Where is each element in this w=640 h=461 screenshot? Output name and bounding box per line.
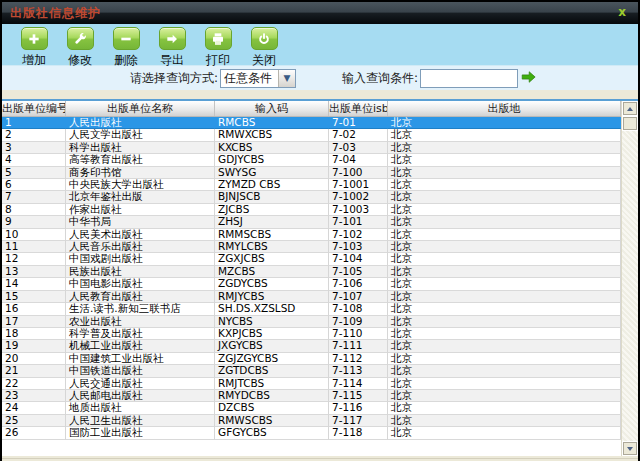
chevron-down-icon[interactable]: ▼ [278,70,295,87]
table-row[interactable]: 6中央民族大学出版社ZYMZD CBS7-1001北京 [2,179,621,191]
column-header-code[interactable]: 输入码 [215,101,329,116]
table-cell: 7-101 [329,216,388,228]
table-cell: 7-110 [329,328,388,340]
delete-button[interactable]: 删除 [103,27,149,69]
table-cell: KXPJCBS [215,328,329,340]
scrollbar-track[interactable] [622,131,638,441]
table-cell: 18 [2,328,66,340]
table-row[interactable]: 1人民出版社RMCBS7-01北京 [2,117,621,129]
table-row[interactable]: 20中国建筑工业出版社ZGJZGYCBS7-112北京 [2,353,621,365]
print-button[interactable]: 打印 [195,27,241,69]
table-cell: 科学普及出版社 [66,328,215,340]
table-row[interactable]: 11人民音乐出版社RMYLCBS7-103北京 [2,241,621,253]
add-button[interactable]: 增加 [11,27,57,69]
table-cell: 人民交通出版社 [66,378,215,390]
query-bar: 请选择查询方式: 任意条件 ▼ 输入查询条件: [2,66,638,90]
table-cell: JXGYCBS [215,340,329,352]
table-row[interactable]: 12中国戏剧出版社ZGXJCBS7-104北京 [2,253,621,265]
table-cell: 7-102 [329,229,388,241]
table-row[interactable]: 14中国电影出版社ZGDYCBS7-106北京 [2,278,621,290]
column-header-id[interactable]: 出版单位编号 [2,101,66,116]
query-condition-label: 输入查询条件: [342,70,418,87]
table-row[interactable]: 3科学出版社KXCBS7-03北京 [2,142,621,154]
table-row[interactable]: 16生活.读书.新知三联书店SH.DS.XZSLSD7-108北京 [2,303,621,315]
table-cell: 北京 [388,253,621,265]
table-row[interactable]: 22人民交通出版社RMJTCBS7-114北京 [2,378,621,390]
table-row[interactable]: 15人民教育出版社RMJYCBS7-107北京 [2,291,621,303]
modify-button[interactable]: 修改 [57,27,103,69]
table-cell: 北京 [388,117,621,129]
table-cell: 8 [2,204,66,216]
table-row[interactable]: 17农业出版社NYCBS7-109北京 [2,316,621,328]
table-cell: 20 [2,353,66,365]
table-cell: 高等教育出版社 [66,154,215,166]
table-cell: 北京 [388,316,621,328]
table-row[interactable]: 10人民美术出版社RMMSCBS7-102北京 [2,229,621,241]
table-cell: 12 [2,253,66,265]
table-cell: NYCBS [215,316,329,328]
grid-area: 出版单位编号 出版单位名称 输入码 出版单位isbn 出版地 1人民出版社RMC… [2,90,638,458]
table-row[interactable]: 19机械工业出版社JXGYCBS7-111北京 [2,340,621,352]
table-row[interactable]: 2人民文学出版社RMWXCBS7-02北京 [2,129,621,141]
table-cell: 7-108 [329,303,388,315]
table-cell: 7-01 [329,117,388,129]
table-cell: 13 [2,266,66,278]
export-button[interactable]: 导出 [149,27,195,69]
table-row[interactable]: 21中国铁道出版社ZGTDCBS7-113北京 [2,365,621,377]
table-cell: SWYSG [215,167,329,179]
table-cell: 7-02 [329,129,388,141]
table-cell: 7-114 [329,378,388,390]
query-go-button[interactable] [520,70,537,87]
query-method-select[interactable]: 任意条件 ▼ [220,69,296,88]
table-cell: 7-113 [329,365,388,377]
table-cell: 地质出版社 [66,402,215,414]
green-arrow-icon [520,70,537,87]
close-button[interactable]: 关闭 [241,27,287,69]
table-cell: 7-111 [329,340,388,352]
table-row[interactable]: 9中华书局ZHSJ7-101北京 [2,216,621,228]
scrollbar-thumb[interactable] [622,116,638,131]
close-icon[interactable]: x [618,5,626,19]
table-row[interactable]: 13民族出版社MZCBS7-105北京 [2,266,621,278]
table-cell: 北京 [388,415,621,427]
table-row[interactable]: 8作家出版社ZJCBS7-1003北京 [2,204,621,216]
table-cell: 15 [2,291,66,303]
column-header-name[interactable]: 出版单位名称 [66,101,215,116]
table-cell: 北京 [388,204,621,216]
table-cell: 23 [2,390,66,402]
table-row[interactable]: 25人民卫生出版社RMWSCBS7-117北京 [2,415,621,427]
table-row[interactable]: 24地质出版社DZCBS7-116北京 [2,402,621,414]
column-header-isbn[interactable]: 出版单位isbn [329,101,388,116]
table-row[interactable]: 4高等教育出版社GDJYCBS7-04北京 [2,154,621,166]
table-row[interactable]: 18科学普及出版社KXPJCBS7-110北京 [2,328,621,340]
table-cell: GDJYCBS [215,154,329,166]
table-cell: 4 [2,154,66,166]
query-condition-input[interactable] [420,69,518,88]
table-cell: 9 [2,216,66,228]
table-cell: 7-103 [329,241,388,253]
table-cell: 7 [2,191,66,203]
table-cell: RMMSCBS [215,229,329,241]
scroll-down-button[interactable] [622,441,638,456]
scroll-down-icon [627,447,633,451]
table-cell: 北京 [388,303,621,315]
table-cell: 北京 [388,328,621,340]
table-cell: 北京 [388,340,621,352]
table-cell: 7-1003 [329,204,388,216]
table-cell: 北京 [388,278,621,290]
table-cell: DZCBS [215,402,329,414]
vertical-scrollbar[interactable] [621,101,638,456]
table-cell: ZGJZGYCBS [215,353,329,365]
table-row[interactable]: 23人民邮电出版社RMYDCBS7-115北京 [2,390,621,402]
table-row[interactable]: 5商务印书馆SWYSG7-100北京 [2,167,621,179]
table-cell: 生活.读书.新知三联书店 [66,303,215,315]
table-cell: 7-112 [329,353,388,365]
query-method-value: 任意条件 [224,70,272,87]
table-cell: 人民出版社 [66,117,215,129]
scroll-up-button[interactable] [622,101,638,116]
table-cell: 7-105 [329,266,388,278]
table-cell: 26 [2,427,66,439]
column-header-place[interactable]: 出版地 [388,101,621,116]
table-row[interactable]: 7北京年鉴社出版BJNJSCB7-1002北京 [2,191,621,203]
table-row[interactable]: 26国防工业出版社GFGYCBS7-118北京 [2,427,621,439]
